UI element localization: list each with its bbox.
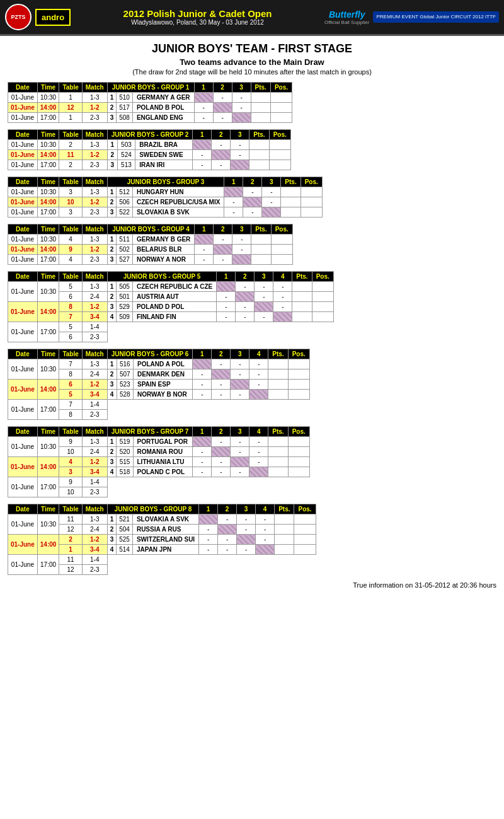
results-table: JUNIOR BOYS - GROUP 1123Pts.Pos.1510GERM… <box>107 82 292 123</box>
group-section: DateTimeTableMatch01-June10:3071-382-401… <box>8 349 496 420</box>
schedule-table: DateTimeTableMatch01-June10:3021-301-Jun… <box>8 129 108 170</box>
schedule-table: DateTimeTableMatch01-June10:3071-382-401… <box>8 349 108 420</box>
page-title: JUNIOR BOYS' TEAM - FIRST STAGE <box>8 42 496 55</box>
butterfly-logo-block: Butterfly Official Ball Supplier <box>324 9 369 25</box>
group-section: DateTimeTableMatch01-June10:3051-362-401… <box>8 271 496 342</box>
page-note: (The draw for 2nd stage will be held 10 … <box>8 68 496 76</box>
group-section: DateTimeTableMatch01-June10:3041-301-Jun… <box>8 224 496 265</box>
group-section: DateTimeTableMatch01-June10:3021-301-Jun… <box>8 129 496 170</box>
header: PZTS andro 2012 Polish Junior & Cadet Op… <box>0 0 504 36</box>
results-table: JUNIOR BOYS - GROUP 3123Pts.Pos.1512HUNG… <box>107 177 323 218</box>
group-section: DateTimeTableMatch01-June10:3091-3102-40… <box>8 426 496 497</box>
results-table: JUNIOR BOYS - GROUP 61234Pts.Pos.1516POL… <box>107 349 310 400</box>
page-subtitle: Two teams advance to the Main Draw <box>8 57 496 67</box>
results-table: JUNIOR BOYS - GROUP 2123Pts.Pos.1503BRAZ… <box>107 129 291 170</box>
global-logo: PREMIUM EVENT Global Junior CIRCUIT 2012… <box>373 11 499 23</box>
schedule-table: DateTimeTableMatch01-June10:3041-301-Jun… <box>8 224 108 265</box>
butterfly-sub: Official Ball Supplier <box>324 20 369 25</box>
pzts-logo: PZTS <box>5 4 32 30</box>
andro-logo: andro <box>35 9 71 26</box>
header-title-block: 2012 Polish Junior & Cadet Open Wladysla… <box>74 8 321 26</box>
results-table: JUNIOR BOYS - GROUP 4123Pts.Pos.1511GERM… <box>107 224 293 265</box>
footer-note: True information on 31-05-2012 at 20:36 … <box>8 581 496 589</box>
event-title: 2012 Polish Junior & Cadet Open <box>74 8 321 19</box>
main-content: JUNIOR BOYS' TEAM - FIRST STAGE Two team… <box>0 36 504 595</box>
group-section: DateTimeTableMatch01-June10:3031-301-Jun… <box>8 177 496 218</box>
event-location: Wladyslawowo, Poland, 30 May - 03 June 2… <box>74 19 321 26</box>
schedule-table: DateTimeTableMatch01-June10:30111-3122-4… <box>8 504 108 575</box>
results-table: JUNIOR BOYS - GROUP 81234Pts.Pos.1521SLO… <box>107 504 316 555</box>
group-section: DateTimeTableMatch01-June10:3011-301-Jun… <box>8 82 496 123</box>
schedule-table: DateTimeTableMatch01-June10:3031-301-Jun… <box>8 177 108 218</box>
results-table: JUNIOR BOYS - GROUP 71234Pts.Pos.1519POR… <box>107 426 310 477</box>
results-table: JUNIOR BOYS - GROUP 51234Pts.Pos.1505CZE… <box>107 271 334 322</box>
butterfly-logo: Butterfly <box>324 9 369 20</box>
schedule-table: DateTimeTableMatch01-June10:3011-301-Jun… <box>8 82 108 123</box>
schedule-table: DateTimeTableMatch01-June10:3091-3102-40… <box>8 426 108 497</box>
group-section: DateTimeTableMatch01-June10:30111-3122-4… <box>8 504 496 575</box>
schedule-table: DateTimeTableMatch01-June10:3051-362-401… <box>8 271 108 342</box>
